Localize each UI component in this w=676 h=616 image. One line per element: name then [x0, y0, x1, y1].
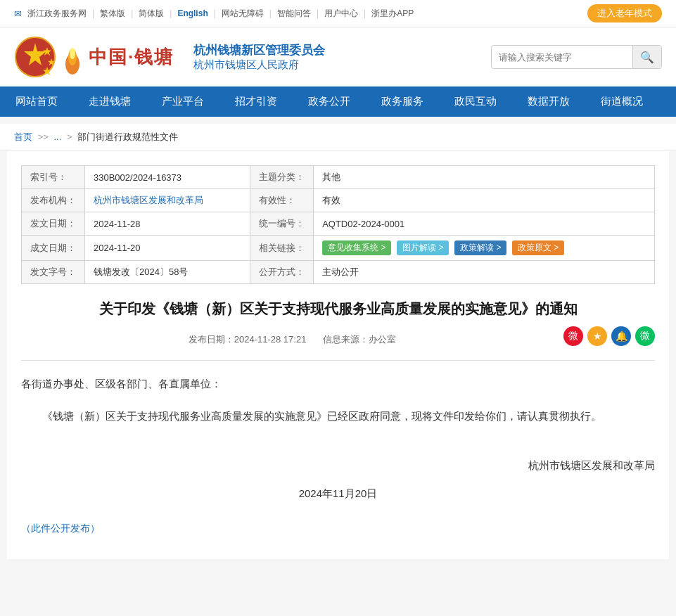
table-row: 索引号： 330B002/2024-16373 主题分类： 其他 — [22, 166, 655, 189]
value-fawenriqi: 2024-11-28 — [85, 212, 250, 236]
table-row: 发文字号： 钱塘发改〔2024〕58号 公开方式： 主动公开 — [22, 261, 655, 284]
sep5: | — [269, 8, 272, 18]
sep7: | — [364, 8, 366, 18]
svg-point-8 — [70, 48, 75, 59]
article-signature: 杭州市钱塘区发展和改革局 — [21, 455, 655, 476]
link-tupian[interactable]: 图片解读 > — [397, 240, 449, 255]
link-yuanwen[interactable]: 政策原文 > — [512, 240, 564, 255]
article-body: 各街道办事处、区级各部门、各直属单位： 《钱塘（新）区关于支持现代服务业高质量发… — [21, 366, 655, 545]
article-meta-source: 信息来源：办公室 — [323, 334, 396, 345]
label-tongyibianh: 统一编号： — [250, 212, 314, 236]
nav-about[interactable]: 走进钱塘 — [73, 86, 146, 117]
article-recipients: 各街道办事处、区级各部门、各直属单位： — [21, 373, 655, 394]
fabujigou-link[interactable]: 杭州市钱塘区发展和改革局 — [94, 195, 203, 205]
value-tongyibianh: AQTD02-2024-0001 — [314, 212, 655, 236]
label-youxiaoxing: 有效性： — [250, 189, 314, 212]
link-yijian[interactable]: 意见收集系统 > — [322, 240, 391, 255]
search-button[interactable]: 🔍 — [632, 46, 661, 68]
label-zhuti: 主题分类： — [250, 166, 314, 189]
nav-interaction[interactable]: 政民互动 — [439, 86, 512, 117]
label-fawenriqi: 发文日期： — [22, 212, 85, 236]
nav-gov-service[interactable]: 政务服务 — [366, 86, 439, 117]
breadcrumb: 首页 >> ... > 部门街道行政规范性文件 — [0, 124, 676, 151]
org-line2: 杭州市钱塘区人民政府 — [193, 58, 325, 72]
label-suoyinhao: 索引号： — [22, 166, 85, 189]
article-date: 2024年11月20日 — [21, 483, 655, 504]
elderly-mode-button[interactable]: 进入老年模式 — [587, 4, 662, 23]
sep3: | — [170, 8, 172, 18]
nav-home[interactable]: 网站首页 — [0, 86, 73, 117]
traditional-link[interactable]: 繁体版 — [100, 8, 125, 20]
main-nav: 网站首页 走进钱塘 产业平台 招才引资 政务公开 政务服务 政民互动 数据开放 … — [0, 86, 676, 117]
site-name: 中国·钱塘 — [89, 45, 174, 70]
table-row: 发文日期： 2024-11-28 统一编号： AQTD02-2024-0001 — [22, 212, 655, 236]
value-youxiaoxing: 有效 — [314, 189, 655, 212]
label-fawenzihao: 发文字号： — [22, 261, 85, 284]
emblem-icon — [14, 36, 56, 78]
portal-link[interactable]: 浙江政务服务网 — [27, 8, 87, 20]
app-link[interactable]: 浙里办APP — [371, 8, 414, 20]
table-row: 成文日期： 2024-11-20 相关链接： 意见收集系统 > 图片解读 > 政… — [22, 236, 655, 261]
label-chengwenriqi: 成文日期： — [22, 236, 85, 261]
value-suoyinhao: 330B002/2024-16373 — [85, 166, 250, 189]
breadcrumb-sep1: >> — [38, 131, 49, 142]
nav-industry[interactable]: 产业平台 — [146, 86, 219, 117]
header-logo: 中国·钱塘 — [14, 36, 174, 78]
value-xianggualian: 意见收集系统 > 图片解读 > 政策解读 > 政策原文 > — [314, 236, 655, 261]
article-meta-date: 发布日期：2024-11-28 17:21 — [189, 334, 307, 345]
english-link[interactable]: English — [177, 8, 208, 18]
header: 中国·钱塘 杭州钱塘新区管理委员会 杭州市钱塘区人民政府 🔍 — [0, 27, 676, 86]
sep4: | — [214, 8, 216, 18]
weibo-share-button[interactable]: 微 — [563, 326, 583, 346]
article-public-note: （此件公开发布） — [21, 518, 655, 538]
value-zhuti: 其他 — [314, 166, 655, 189]
email-icon: ✉ — [14, 8, 22, 19]
nav-talent[interactable]: 招才引资 — [219, 86, 293, 117]
label-fabujigou: 发布机构： — [22, 189, 85, 212]
org-line1: 杭州钱塘新区管理委员会 — [193, 42, 325, 58]
subscribe-button[interactable]: 🔔 — [611, 326, 631, 346]
nav-data-open[interactable]: 数据开放 — [512, 86, 585, 117]
table-row: 发布机构： 杭州市钱塘区发展和改革局 有效性： 有效 — [22, 189, 655, 212]
sep2: | — [131, 8, 133, 18]
link-zhengce[interactable]: 政策解读 > — [454, 240, 506, 255]
breadcrumb-dots[interactable]: ... — [53, 131, 61, 142]
label-gongkaifangshi: 公开方式： — [250, 261, 314, 284]
wechat-share-button[interactable]: 微 — [635, 326, 655, 346]
sep6: | — [317, 8, 319, 18]
simplified-link[interactable]: 简体版 — [139, 8, 164, 20]
header-org-title: 杭州钱塘新区管理委员会 杭州市钱塘区人民政府 — [193, 42, 325, 72]
favorite-button[interactable]: ★ — [587, 326, 607, 346]
nav-street[interactable]: 街道概况 — [585, 86, 658, 117]
info-table: 索引号： 330B002/2024-16373 主题分类： 其他 发布机构： 杭… — [21, 165, 655, 284]
top-bar: ✉ 浙江政务服务网 | 繁体版 | 简体版 | English | 网站无障碍 … — [0, 0, 676, 27]
divider — [21, 360, 655, 361]
breadcrumb-sep2: > — [67, 131, 72, 142]
usercenter-link[interactable]: 用户中心 — [324, 8, 358, 20]
flame-icon — [62, 36, 83, 78]
value-chengwenriqi: 2024-11-20 — [85, 236, 250, 261]
breadcrumb-current: 部门街道行政规范性文件 — [77, 131, 178, 142]
search-box: 🔍 — [491, 45, 662, 69]
ai-link[interactable]: 智能问答 — [277, 8, 311, 20]
label-xianggualian: 相关链接： — [250, 236, 314, 261]
main-content: 索引号： 330B002/2024-16373 主题分类： 其他 发布机构： 杭… — [7, 151, 669, 559]
nav-gov-open[interactable]: 政务公开 — [293, 86, 366, 117]
article-paragraph: 《钱塘（新）区关于支持现代服务业高质量发展的实施意见》已经区政府同意，现将文件印… — [21, 406, 655, 427]
social-icons: 微 ★ 🔔 微 — [563, 326, 655, 346]
sep1: | — [92, 8, 94, 18]
value-fawenzihao: 钱塘发改〔2024〕58号 — [85, 261, 250, 284]
value-gongkaifangshi: 主动公开 — [314, 261, 655, 284]
breadcrumb-home[interactable]: 首页 — [14, 131, 32, 142]
value-fabujigou: 杭州市钱塘区发展和改革局 — [85, 189, 250, 212]
article-title: 关于印发《钱塘（新）区关于支持现代服务业高质量发展的实施意见》的通知 — [21, 298, 655, 319]
search-input[interactable] — [492, 52, 632, 63]
accessibility-link[interactable]: 网站无障碍 — [222, 8, 264, 20]
